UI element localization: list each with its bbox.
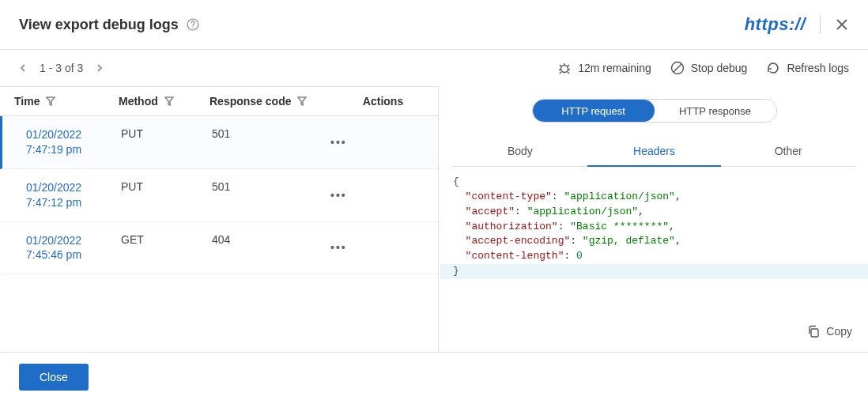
tab-http-response-label: HTTP response	[679, 105, 751, 117]
cell-code: 404	[212, 233, 330, 263]
row-actions-button[interactable]: •••	[330, 180, 438, 210]
row-actions-button[interactable]: •••	[330, 233, 438, 263]
cell-code: 501	[212, 180, 330, 210]
timestamp-link[interactable]: 01/20/20227:47:19 pm	[2, 127, 121, 157]
remaining-text: 12m remaining	[578, 62, 651, 74]
col-time-header[interactable]: Time	[0, 95, 119, 108]
pager-text: 1 - 3 of 3	[40, 62, 83, 74]
refresh-button[interactable]: Refresh logs	[766, 61, 849, 75]
col-code-header[interactable]: Response code	[209, 95, 328, 108]
tab-http-request[interactable]: HTTP request	[533, 100, 655, 122]
col-actions-header: Actions	[328, 95, 438, 108]
stop-debug-text: Stop debug	[691, 62, 748, 74]
toolbar: 1 - 3 of 3 12m remaining Stop debug Refr…	[0, 50, 868, 86]
refresh-text: Refresh logs	[787, 62, 849, 74]
filter-icon[interactable]	[164, 96, 174, 106]
copy-button[interactable]: Copy	[453, 314, 855, 352]
subtab-other[interactable]: Other	[721, 137, 855, 167]
filter-icon[interactable]	[297, 96, 307, 106]
tab-http-request-label: HTTP request	[561, 105, 625, 117]
modal-header: View export debug logs https://	[0, 0, 868, 50]
svg-rect-4	[811, 329, 818, 337]
table-row[interactable]: 01/20/20227:47:12 pmPUT501•••	[0, 169, 438, 222]
cell-method: PUT	[121, 180, 212, 210]
cell-code: 501	[212, 127, 330, 157]
chevron-left-icon[interactable]	[19, 64, 27, 72]
col-time-label: Time	[14, 95, 40, 108]
timestamp-link[interactable]: 01/20/20227:47:12 pm	[2, 180, 121, 210]
copy-label: Copy	[826, 325, 852, 338]
detail-subtabs: Body Headers Other	[453, 137, 855, 167]
copy-icon	[807, 325, 820, 338]
filter-icon[interactable]	[46, 96, 55, 106]
https-badge: https://	[745, 14, 806, 35]
divider	[820, 15, 821, 34]
footer: Close	[0, 352, 868, 402]
table-row[interactable]: 01/20/20227:45:46 pmGET404•••	[0, 222, 438, 275]
stop-icon	[670, 61, 685, 75]
refresh-icon	[766, 61, 780, 75]
remaining-label: 12m remaining	[557, 61, 651, 75]
col-method-label: Method	[119, 95, 158, 108]
page-title: View export debug logs	[19, 17, 179, 33]
logs-table: Time Method Response code Actions 01/20/…	[0, 86, 439, 352]
bug-icon	[557, 61, 572, 75]
cell-method: PUT	[121, 127, 212, 157]
content: Time Method Response code Actions 01/20/…	[0, 86, 868, 352]
pager: 1 - 3 of 3	[19, 62, 104, 74]
svg-point-2	[561, 66, 568, 73]
timestamp-link[interactable]: 01/20/20227:45:46 pm	[2, 233, 121, 263]
table-header: Time Method Response code Actions	[0, 86, 438, 116]
col-method-header[interactable]: Method	[119, 95, 209, 108]
row-actions-button[interactable]: •••	[330, 127, 438, 157]
cell-method: GET	[121, 233, 212, 263]
table-body: 01/20/20227:47:19 pmPUT501•••01/20/20227…	[0, 116, 438, 274]
subtab-headers[interactable]: Headers	[587, 137, 722, 167]
request-response-toggle: HTTP request HTTP response	[532, 99, 777, 123]
header-right: https://	[745, 14, 849, 35]
col-actions-label: Actions	[363, 95, 403, 108]
col-code-label: Response code	[209, 95, 291, 108]
subtab-body[interactable]: Body	[453, 137, 587, 167]
table-row[interactable]: 01/20/20227:47:19 pmPUT501•••	[0, 116, 438, 169]
close-button[interactable]: Close	[19, 364, 89, 391]
headers-json-viewer: { "content-type": "application/json", "a…	[453, 175, 855, 279]
help-icon[interactable]	[187, 18, 199, 31]
detail-panel: HTTP request HTTP response Body Headers …	[439, 86, 868, 352]
toolbar-actions: 12m remaining Stop debug Refresh logs	[557, 61, 849, 75]
stop-debug-button[interactable]: Stop debug	[670, 61, 748, 75]
header-left: View export debug logs	[19, 17, 199, 33]
chevron-right-icon[interactable]	[96, 64, 104, 72]
tab-http-response[interactable]: HTTP response	[655, 100, 776, 122]
close-icon[interactable]	[835, 17, 849, 32]
svg-point-1	[192, 27, 193, 28]
